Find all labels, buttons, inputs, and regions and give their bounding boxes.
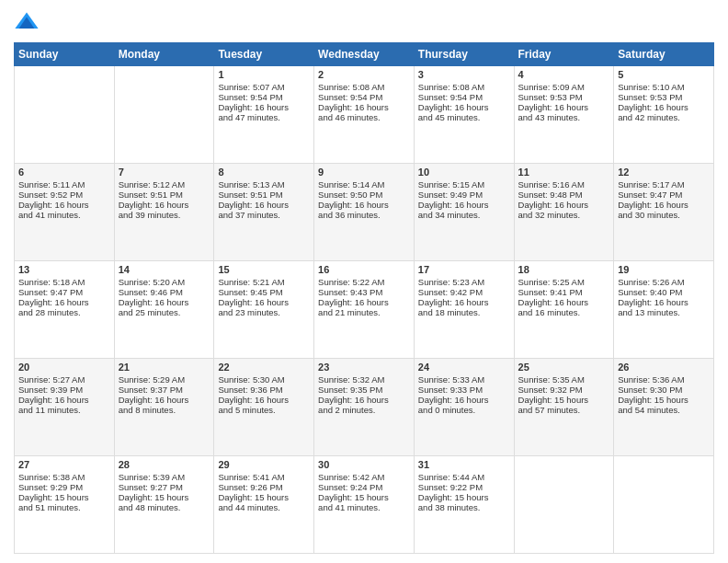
calendar-row-1: 6Sunrise: 5:11 AMSunset: 9:52 PMDaylight… [15, 164, 714, 261]
cell-line: and 41 minutes. [18, 210, 110, 220]
day-number: 25 [518, 362, 610, 373]
cell-line: Sunrise: 5:35 AM [518, 374, 610, 385]
calendar-cell: 29Sunrise: 5:41 AMSunset: 9:26 PMDayligh… [214, 456, 314, 554]
day-number: 7 [119, 167, 210, 178]
day-number: 13 [18, 264, 110, 275]
cell-line: and 25 minutes. [119, 307, 210, 317]
calendar-cell: 4Sunrise: 5:09 AMSunset: 9:53 PMDaylight… [514, 66, 614, 164]
calendar-cell: 8Sunrise: 5:13 AMSunset: 9:51 PMDaylight… [214, 164, 314, 261]
cell-line: Sunrise: 5:25 AM [518, 277, 610, 287]
col-header-thursday: Thursday [414, 43, 514, 66]
cell-line: Sunrise: 5:09 AM [518, 82, 610, 92]
col-header-wednesday: Wednesday [314, 43, 415, 66]
cell-line: Sunset: 9:47 PM [18, 287, 110, 297]
cell-line: and 32 minutes. [518, 210, 610, 220]
cell-line: Daylight: 16 hours [618, 200, 710, 210]
cell-line: Sunrise: 5:18 AM [18, 277, 110, 287]
day-number: 5 [618, 69, 710, 80]
cell-line: and 39 minutes. [119, 210, 210, 220]
cell-line: Sunrise: 5:10 AM [618, 82, 710, 92]
cell-line: Sunset: 9:51 PM [218, 190, 310, 200]
cell-line: Sunset: 9:47 PM [618, 190, 710, 200]
cell-line: and 2 minutes. [318, 405, 410, 415]
calendar-cell: 9Sunrise: 5:14 AMSunset: 9:50 PMDaylight… [314, 164, 415, 261]
cell-line: Sunset: 9:35 PM [318, 385, 410, 395]
cell-line: Sunset: 9:50 PM [318, 190, 410, 200]
cell-line: Daylight: 16 hours [18, 395, 110, 405]
cell-line: Sunset: 9:37 PM [119, 385, 210, 395]
cell-line: and 36 minutes. [318, 210, 410, 220]
col-header-saturday: Saturday [614, 43, 714, 66]
calendar-cell: 19Sunrise: 5:26 AMSunset: 9:40 PMDayligh… [614, 261, 714, 359]
cell-line: Daylight: 16 hours [318, 395, 410, 405]
calendar-cell: 16Sunrise: 5:22 AMSunset: 9:43 PMDayligh… [314, 261, 415, 359]
cell-line: Sunrise: 5:17 AM [618, 179, 710, 190]
calendar-cell: 18Sunrise: 5:25 AMSunset: 9:41 PMDayligh… [514, 261, 614, 359]
cell-line: Sunset: 9:33 PM [418, 385, 510, 395]
cell-line: Daylight: 16 hours [18, 297, 110, 307]
cell-line: and 16 minutes. [518, 307, 610, 317]
calendar-cell: 2Sunrise: 5:08 AMSunset: 9:54 PMDaylight… [314, 66, 415, 164]
calendar-cell: 22Sunrise: 5:30 AMSunset: 9:36 PMDayligh… [214, 359, 314, 456]
cell-line: Sunset: 9:24 PM [318, 482, 410, 492]
cell-line: Sunrise: 5:32 AM [318, 374, 410, 385]
cell-line: Sunset: 9:45 PM [218, 287, 310, 297]
cell-line: Sunset: 9:41 PM [518, 287, 610, 297]
cell-line: Daylight: 16 hours [518, 102, 610, 112]
cell-line: Daylight: 16 hours [418, 297, 510, 307]
cell-line: and 51 minutes. [18, 502, 110, 512]
calendar-cell: 3Sunrise: 5:08 AMSunset: 9:54 PMDaylight… [414, 66, 514, 164]
cell-line: Sunset: 9:40 PM [618, 287, 710, 297]
day-number: 12 [618, 167, 710, 178]
cell-line: Sunset: 9:22 PM [418, 482, 510, 492]
cell-line: and 28 minutes. [18, 307, 110, 317]
cell-line: Sunrise: 5:44 AM [418, 472, 510, 482]
cell-line: and 0 minutes. [418, 405, 510, 415]
cell-line: Sunrise: 5:11 AM [18, 179, 110, 190]
day-number: 24 [418, 362, 510, 373]
cell-line: Daylight: 16 hours [119, 297, 210, 307]
cell-line: and 8 minutes. [119, 405, 210, 415]
cell-line: Daylight: 16 hours [418, 395, 510, 405]
cell-line: Daylight: 15 hours [119, 492, 210, 502]
cell-line: Daylight: 16 hours [119, 395, 210, 405]
cell-line: Sunset: 9:36 PM [218, 385, 310, 395]
day-number: 23 [318, 362, 410, 373]
day-number: 30 [318, 459, 410, 470]
cell-line: Daylight: 16 hours [218, 102, 310, 112]
calendar-cell: 7Sunrise: 5:12 AMSunset: 9:51 PMDaylight… [114, 164, 214, 261]
cell-line: Sunset: 9:53 PM [618, 92, 710, 102]
day-number: 1 [218, 69, 310, 80]
cell-line: Sunrise: 5:08 AM [318, 82, 410, 92]
day-number: 31 [418, 459, 510, 470]
day-number: 19 [618, 264, 710, 275]
cell-line: Sunrise: 5:21 AM [218, 277, 310, 287]
cell-line: Sunset: 9:54 PM [418, 92, 510, 102]
cell-line: Daylight: 16 hours [418, 102, 510, 112]
calendar-cell: 27Sunrise: 5:38 AMSunset: 9:29 PMDayligh… [15, 456, 115, 554]
cell-line: Daylight: 15 hours [318, 492, 410, 502]
day-number: 26 [618, 362, 710, 373]
cell-line: and 48 minutes. [119, 502, 210, 512]
day-number: 16 [318, 264, 410, 275]
cell-line: Sunrise: 5:07 AM [218, 82, 310, 92]
header [14, 9, 714, 35]
day-number: 29 [218, 459, 310, 470]
cell-line: Sunset: 9:39 PM [18, 385, 110, 395]
cell-line: and 11 minutes. [18, 405, 110, 415]
cell-line: Sunset: 9:48 PM [518, 190, 610, 200]
cell-line: and 45 minutes. [418, 112, 510, 122]
cell-line: Sunset: 9:49 PM [418, 190, 510, 200]
cell-line: Sunrise: 5:08 AM [418, 82, 510, 92]
cell-line: Sunrise: 5:39 AM [119, 472, 210, 482]
day-number: 3 [418, 69, 510, 80]
day-number: 22 [218, 362, 310, 373]
cell-line: Sunrise: 5:13 AM [218, 179, 310, 190]
calendar-table: SundayMondayTuesdayWednesdayThursdayFrid… [14, 42, 714, 554]
logo-icon [14, 9, 40, 35]
cell-line: Daylight: 16 hours [318, 102, 410, 112]
cell-line: and 57 minutes. [518, 405, 610, 415]
cell-line: and 23 minutes. [218, 307, 310, 317]
cell-line: and 42 minutes. [618, 112, 710, 122]
calendar-cell [114, 66, 214, 164]
